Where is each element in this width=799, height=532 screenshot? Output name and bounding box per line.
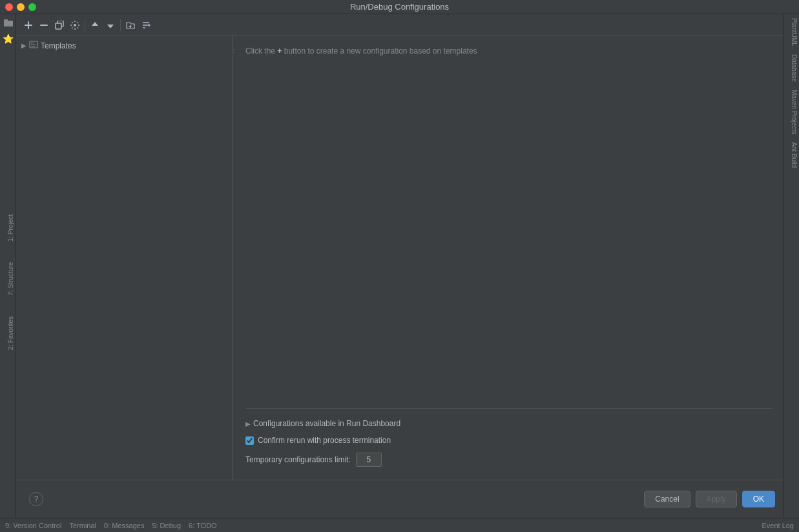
- terminal-label: Terminal: [69, 522, 96, 529]
- status-event-log[interactable]: Event Log: [762, 522, 794, 529]
- svg-rect-13: [31, 46, 35, 46]
- status-version-control[interactable]: 9: Version Control: [5, 522, 61, 529]
- collapsible-run-dashboard[interactable]: ▶ Configurations available in Run Dashbo…: [245, 416, 773, 431]
- confirm-rerun-label: Confirm rerun with process termination: [258, 436, 391, 445]
- svg-point-7: [74, 24, 76, 26]
- template-icon: [29, 40, 38, 51]
- limit-input[interactable]: [356, 453, 382, 467]
- copy-config-button[interactable]: [52, 18, 67, 32]
- svg-rect-9: [129, 26, 132, 27]
- svg-rect-3: [25, 25, 32, 26]
- todo-label: 6: TODO: [189, 522, 217, 529]
- title-bar: Run/Debug Configurations: [0, 0, 799, 14]
- maximize-button[interactable]: [28, 3, 36, 11]
- button-bar: ? Cancel Apply OK: [16, 480, 783, 518]
- svg-rect-11: [31, 43, 34, 43]
- status-debug[interactable]: 5: Debug: [152, 522, 181, 529]
- sidebar-folder-icon[interactable]: [0, 14, 16, 30]
- sidebar-tab-structure[interactable]: 7: Structure: [0, 258, 16, 300]
- messages-label: 0: Messages: [104, 522, 144, 529]
- remove-config-button[interactable]: [37, 18, 51, 32]
- status-right: Event Log: [762, 522, 794, 529]
- ok-button[interactable]: OK: [742, 491, 775, 507]
- event-log-label: Event Log: [762, 522, 794, 529]
- dialog-toolbar: [16, 14, 783, 36]
- traffic-lights[interactable]: [5, 3, 36, 11]
- svg-rect-1: [4, 19, 8, 22]
- move-up-button[interactable]: [88, 18, 102, 32]
- right-tab-database[interactable]: Database: [783, 50, 799, 86]
- tree-panel: ▶ Templates: [16, 36, 233, 480]
- debug-label: 5: Debug: [152, 522, 181, 529]
- sidebar-tab-project[interactable]: 1: Project: [0, 210, 16, 245]
- tree-arrow-templates: ▶: [21, 42, 26, 49]
- dialog-area: ▶ Templates ⋮: [16, 14, 783, 518]
- hint-text: Click the + button to create a new confi…: [245, 46, 773, 56]
- folder-button[interactable]: [123, 18, 138, 32]
- collapsible-label: Configurations available in Run Dashboar…: [253, 419, 400, 428]
- left-side-panel: ⭐ 1: Project 7: Structure 2: Favorites: [0, 14, 16, 518]
- confirm-rerun-checkbox[interactable]: [245, 436, 254, 445]
- sidebar-tab-favorites[interactable]: 2: Favorites: [0, 312, 16, 354]
- dialog-content: ▶ Templates ⋮: [16, 36, 783, 480]
- tree-item-templates[interactable]: ▶ Templates: [16, 39, 232, 52]
- collapsible-arrow-icon: ▶: [245, 420, 251, 427]
- confirm-rerun-row: Confirm rerun with process termination: [245, 431, 773, 450]
- status-bar: 9: Version Control Terminal 0: Messages …: [0, 518, 799, 532]
- status-messages[interactable]: 0: Messages: [104, 522, 144, 529]
- sidebar-star-icon[interactable]: ⭐: [0, 30, 16, 46]
- right-tab-ant-build[interactable]: Ant Build: [783, 138, 799, 172]
- temp-config-limit-row: Temporary configurations limit:: [245, 450, 773, 469]
- hint-suffix: button to create a new configuration bas…: [282, 46, 477, 56]
- status-terminal[interactable]: Terminal: [69, 522, 96, 529]
- toolbar-separator-2: [120, 19, 121, 31]
- cancel-button[interactable]: Cancel: [644, 491, 690, 507]
- right-tool-panels: PlantUML Database Maven Projects Ant Bui…: [783, 14, 799, 518]
- apply-button[interactable]: Apply: [696, 491, 737, 507]
- svg-rect-12: [31, 45, 36, 45]
- sort-button[interactable]: [139, 18, 153, 32]
- main-layout: ⭐ 1: Project 7: Structure 2: Favorites: [0, 14, 799, 518]
- settings-button[interactable]: [68, 18, 82, 32]
- help-button[interactable]: ?: [29, 492, 43, 506]
- hint-prefix: Click the: [245, 46, 277, 56]
- status-todo[interactable]: 6: TODO: [189, 522, 217, 529]
- right-tab-maven[interactable]: Maven Projects: [783, 86, 799, 138]
- limit-label: Temporary configurations limit:: [245, 455, 351, 464]
- tree-item-templates-label: Templates: [41, 41, 76, 50]
- bottom-options: ▶ Configurations available in Run Dashbo…: [245, 408, 773, 469]
- add-config-button[interactable]: [21, 18, 36, 32]
- svg-rect-4: [40, 25, 48, 26]
- svg-rect-6: [56, 23, 61, 29]
- version-control-label: 9: Version Control: [5, 522, 61, 529]
- minimize-button[interactable]: [17, 3, 25, 11]
- content-spacer: [245, 66, 773, 408]
- close-button[interactable]: [5, 3, 13, 11]
- toolbar-separator-1: [85, 19, 85, 31]
- config-panel: Click the + button to create a new confi…: [235, 36, 783, 480]
- right-tab-plantuml[interactable]: PlantUML: [783, 14, 799, 50]
- window-title: Run/Debug Configurations: [350, 2, 449, 12]
- move-down-button[interactable]: [103, 18, 118, 32]
